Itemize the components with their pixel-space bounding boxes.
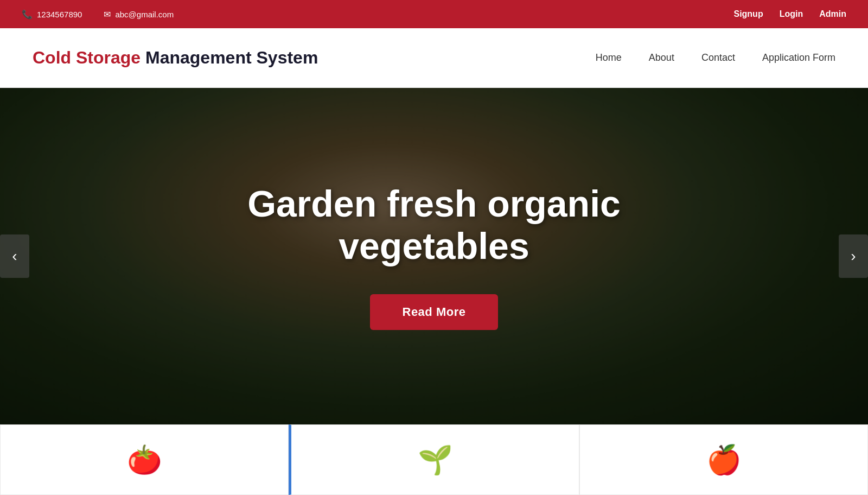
- nav-application-form[interactable]: Application Form: [762, 52, 835, 64]
- card-3: 🍎: [579, 424, 868, 495]
- navbar: Cold Storage Management System Home Abou…: [0, 28, 868, 88]
- nav-contact[interactable]: Contact: [701, 52, 735, 64]
- nav-home[interactable]: Home: [596, 52, 622, 64]
- login-link[interactable]: Login: [780, 9, 803, 19]
- slider-next-button[interactable]: ›: [839, 234, 868, 278]
- read-more-button[interactable]: Read More: [370, 294, 499, 330]
- slider-prev-button[interactable]: ‹: [0, 234, 29, 278]
- phone-number: 1234567890: [37, 10, 82, 19]
- email-icon: ✉: [104, 9, 111, 20]
- brand-red: Cold Storage: [33, 48, 141, 67]
- phone-info: 📞 1234567890: [22, 9, 82, 20]
- card-icon-tomato: 🍅: [127, 443, 162, 477]
- top-bar: 📞 1234567890 ✉ abc@gmail.com Signup Logi…: [0, 0, 868, 28]
- chevron-right-icon: ›: [851, 248, 856, 265]
- phone-icon: 📞: [22, 9, 33, 20]
- brand: Cold Storage Management System: [33, 48, 318, 68]
- signup-link[interactable]: Signup: [733, 9, 763, 19]
- nav-about[interactable]: About: [649, 52, 674, 64]
- card-icon-plant: 🌱: [418, 443, 453, 477]
- nav-links: Home About Contact Application Form: [596, 52, 835, 64]
- top-bar-left: 📞 1234567890 ✉ abc@gmail.com: [22, 9, 174, 20]
- top-bar-right: Signup Login Admin: [733, 9, 846, 19]
- card-2: 🌱: [289, 424, 579, 495]
- card-1: 🍅: [0, 424, 289, 495]
- cards-row: 🍅 🌱 🍎: [0, 424, 868, 495]
- chevron-left-icon: ‹: [12, 248, 17, 265]
- hero-title: Garden fresh organic vegetables: [190, 182, 678, 267]
- email-info: ✉ abc@gmail.com: [104, 9, 174, 20]
- brand-dark: Management System: [145, 48, 318, 67]
- hero-section: ‹ Garden fresh organic vegetables Read M…: [0, 88, 868, 424]
- hero-content: Garden fresh organic vegetables Read Mor…: [190, 182, 678, 330]
- email-address: abc@gmail.com: [115, 10, 174, 19]
- admin-link[interactable]: Admin: [819, 9, 846, 19]
- card-icon-apple: 🍎: [706, 443, 742, 477]
